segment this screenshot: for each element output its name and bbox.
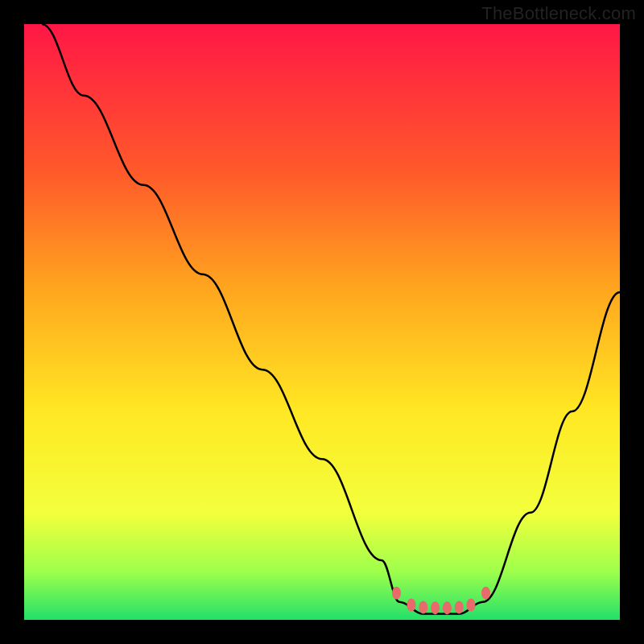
valley-marker [481, 587, 490, 600]
valley-marker [419, 601, 427, 613]
valley-marker [407, 599, 416, 612]
valley-marker [455, 601, 464, 613]
bottleneck-chart [0, 0, 644, 644]
valley-marker [431, 601, 440, 614]
watermark-text: TheBottleneck.com [481, 3, 636, 24]
valley-marker [467, 599, 476, 612]
plot-background [24, 24, 620, 620]
valley-marker [443, 601, 452, 614]
valley-marker [392, 587, 401, 600]
